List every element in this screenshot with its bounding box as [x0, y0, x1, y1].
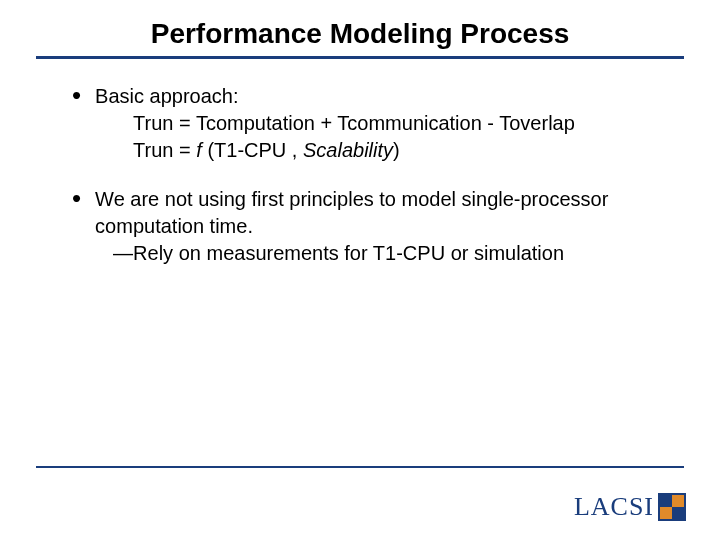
b1l2-ital1: f	[196, 139, 207, 161]
bullet-2-body: We are not using first principles to mod…	[95, 186, 664, 267]
bullet-2: • We are not using first principles to m…	[72, 186, 664, 267]
b1l2-suffix: )	[393, 139, 400, 161]
title-area: Performance Modeling Process	[0, 0, 720, 59]
bullet-2-lead: We are not using first principles to mod…	[95, 188, 608, 237]
bullet-1-body: Basic approach: Trun = Tcomputation + Tc…	[95, 83, 664, 164]
logo: LACSI	[574, 492, 686, 522]
bullet-2-sub: —Rely on measurements for T1-CPU or simu…	[95, 240, 664, 267]
bullet-dot-icon: •	[72, 188, 81, 267]
b1l2-ital2: Scalability	[303, 139, 393, 161]
logo-mark-icon	[658, 493, 686, 521]
bullet-dot-icon: •	[72, 85, 81, 164]
slide-title: Performance Modeling Process	[143, 18, 578, 50]
b1l2-mid: (T1-CPU ,	[207, 139, 303, 161]
footer-rule	[36, 466, 684, 468]
bullet-1: • Basic approach: Trun = Tcomputation + …	[72, 83, 664, 164]
slide-body: • Basic approach: Trun = Tcomputation + …	[0, 59, 720, 267]
bullet-1-line-1: Trun = Tcomputation + Tcommunication - T…	[95, 110, 664, 137]
b1l2-prefix: Trun =	[133, 139, 196, 161]
logo-text: LACSI	[574, 492, 654, 522]
slide: Performance Modeling Process • Basic app…	[0, 0, 720, 540]
bullet-1-line-2: Trun = f (T1-CPU , Scalability)	[95, 137, 664, 164]
bullet-1-lead: Basic approach:	[95, 85, 238, 107]
